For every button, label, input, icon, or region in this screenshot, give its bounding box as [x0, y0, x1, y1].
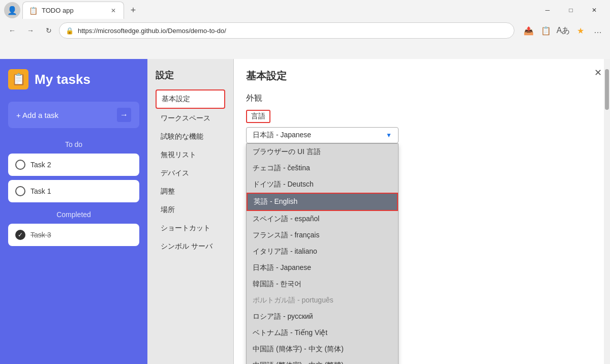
- tab-favicon: 📋: [29, 7, 38, 15]
- add-task-arrow-icon: →: [117, 108, 131, 122]
- dropdown-list: ブラウザーの UI 言語 チェコ語 - čeština ドイツ語 - Deuts…: [246, 143, 399, 364]
- favorites-icon[interactable]: ★: [572, 22, 589, 39]
- dropdown-item-english[interactable]: 英語 - English: [247, 193, 398, 211]
- task-text: Task 1: [30, 187, 51, 195]
- address-text: https://microsoftedge.github.io/Demos/de…: [78, 27, 508, 35]
- task-circle: [15, 160, 25, 170]
- dropdown-item-chinese-simplified[interactable]: 中国語 (簡体字) - 中文 (简体): [247, 341, 398, 357]
- more-tools-icon[interactable]: …: [590, 22, 606, 39]
- add-task-label: + Add a task: [16, 111, 58, 119]
- collections-icon[interactable]: 📋: [538, 22, 554, 39]
- close-button[interactable]: ✕: [583, 2, 606, 18]
- dropdown-item-spanish[interactable]: スペイン語 - español: [247, 211, 398, 227]
- title-bar: 👤 📋 TODO app ✕ + ─ □ ✕: [0, 0, 610, 20]
- tab-close-button[interactable]: ✕: [109, 7, 117, 15]
- active-tab[interactable]: 📋 TODO app ✕: [22, 2, 124, 19]
- profile-icon[interactable]: 👤: [4, 2, 20, 18]
- scrollbar-thumb[interactable]: [605, 69, 609, 110]
- dropdown-item-russian[interactable]: ロシア語 - русский: [247, 309, 398, 325]
- completed-section: Completed ✓ Task 3: [8, 210, 139, 246]
- scrollbar-track: [604, 59, 610, 364]
- dropdown-item-vietnamese[interactable]: ベトナム語 - Tiếng Việt: [247, 325, 398, 341]
- language-label: 言語: [246, 110, 270, 123]
- main-content: ✕ 基本設定 外観 言語 日本語 - Japanese ▼ ブラウザーの UI …: [234, 59, 610, 364]
- sidebar-title: My tasks: [35, 72, 90, 87]
- task-item[interactable]: Task 1: [8, 180, 139, 202]
- page-content: 📋 My tasks + Add a task → To do Task 2 T…: [0, 59, 610, 364]
- sidebar: 📋 My tasks + Add a task → To do Task 2 T…: [0, 59, 147, 364]
- dropdown-item-french[interactable]: フランス語 - français: [247, 227, 398, 244]
- task-text: Task 2: [30, 161, 51, 169]
- settings-item-location[interactable]: 場所: [156, 201, 225, 219]
- dropdown-item-czech[interactable]: チェコ語 - čeština: [247, 160, 398, 176]
- settings-item-shortcut[interactable]: ショートカット: [156, 220, 225, 237]
- sidebar-logo: 📋: [8, 69, 28, 89]
- tab-title: TODO app: [42, 7, 105, 14]
- dropdown-arrow-icon: ▼: [386, 132, 392, 139]
- read-aloud-icon[interactable]: Aあ: [555, 22, 571, 39]
- back-button[interactable]: ←: [4, 22, 20, 39]
- address-bar: ← → ↻ 🔒 https://microsoftedge.github.io/…: [0, 20, 610, 41]
- dropdown-item-german[interactable]: ドイツ語 - Deutsch: [247, 176, 398, 193]
- dropdown-item-japanese[interactable]: 日本語 - Japanese: [247, 260, 398, 276]
- dropdown-selected[interactable]: 日本語 - Japanese ▼: [246, 127, 399, 143]
- settings-item-symbol[interactable]: シンボル サーバ: [156, 238, 225, 255]
- dropdown-item-italian[interactable]: イタリア語 - italiano: [247, 244, 398, 260]
- main-settings-title: 基本設定: [246, 69, 598, 83]
- refresh-button[interactable]: ↻: [41, 22, 57, 39]
- completed-task-text: Task 3: [30, 231, 51, 239]
- completed-task-item[interactable]: ✓ Task 3: [8, 224, 139, 246]
- language-dropdown: 日本語 - Japanese ▼ ブラウザーの UI 言語 チェコ語 - češ…: [246, 127, 399, 143]
- forward-button[interactable]: →: [22, 22, 39, 39]
- appearance-header: 外観: [246, 93, 598, 104]
- settings-item-adjust[interactable]: 調整: [156, 183, 225, 200]
- settings-item-ignore[interactable]: 無視リスト: [156, 146, 225, 164]
- browser-chrome: 👤 📋 TODO app ✕ + ─ □ ✕ ← → ↻ 🔒 https://m…: [0, 0, 610, 59]
- lock-icon: 🔒: [66, 27, 74, 35]
- toolbar-icons: 📤 📋 Aあ ★ …: [521, 22, 606, 39]
- todo-section-label: To do: [8, 140, 139, 148]
- task-check-icon: ✓: [15, 230, 25, 240]
- window-controls: ─ □ ✕: [536, 2, 606, 18]
- share-icon[interactable]: 📤: [521, 22, 537, 39]
- dropdown-item-chinese-traditional[interactable]: 中国語 (繁体字) - 中文 (繁體): [247, 357, 398, 364]
- settings-panel: 設定 基本設定 ワークスペース 試験的な機能 無視リスト デバイス 調整 場所 …: [147, 59, 234, 364]
- sidebar-header: 📋 My tasks: [8, 69, 139, 89]
- minimize-button[interactable]: ─: [536, 2, 559, 18]
- settings-item-device[interactable]: デバイス: [156, 165, 225, 182]
- task-item[interactable]: Task 2: [8, 154, 139, 176]
- completed-section-label: Completed: [8, 210, 139, 219]
- dropdown-item-korean[interactable]: 韓国語 - 한국어: [247, 276, 398, 292]
- dropdown-item-portuguese[interactable]: ポルトガル語 - português: [247, 292, 398, 309]
- task-circle: [15, 186, 25, 196]
- settings-item-experimental[interactable]: 試験的な機能: [156, 128, 225, 145]
- settings-item-basic[interactable]: 基本設定: [156, 89, 225, 109]
- settings-item-workspace[interactable]: ワークスペース: [156, 110, 225, 127]
- selected-language-text: 日本語 - Japanese: [253, 131, 311, 140]
- address-box[interactable]: 🔒 https://microsoftedge.github.io/Demos/…: [59, 22, 514, 39]
- restore-button[interactable]: □: [559, 2, 583, 18]
- new-tab-button[interactable]: +: [126, 3, 140, 17]
- close-button[interactable]: ✕: [594, 67, 602, 78]
- settings-title: 設定: [156, 69, 225, 81]
- add-task-button[interactable]: + Add a task →: [8, 102, 139, 128]
- dropdown-item-browser-ui[interactable]: ブラウザーの UI 言語: [247, 144, 398, 160]
